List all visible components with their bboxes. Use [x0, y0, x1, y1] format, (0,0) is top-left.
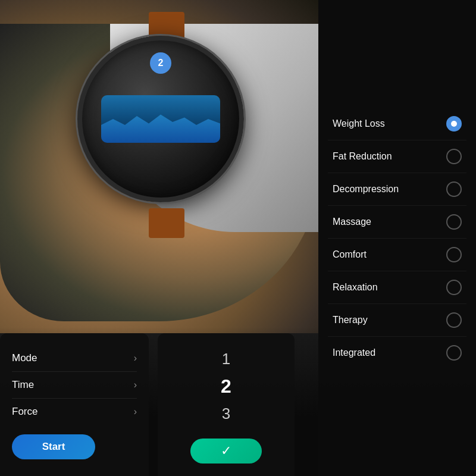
chevron-icon-force: › [134, 406, 137, 417]
radio-label-comfort: Comfort [333, 249, 367, 260]
radio-item-therapy[interactable]: Therapy [328, 304, 466, 337]
radio-circle-relaxation[interactable] [446, 280, 462, 295]
watch-strap-bottom [149, 208, 184, 238]
radio-item-comfort[interactable]: Comfort [328, 239, 466, 271]
mode-selection-panel: Weight Loss Fat Reduction Decompression … [318, 0, 476, 476]
number-item-1[interactable]: 1 [222, 346, 230, 372]
start-button[interactable]: Start [12, 434, 95, 459]
menu-label-force: Force [12, 406, 37, 418]
radio-label-massage: Massage [333, 217, 371, 227]
number-item-3[interactable]: 3 [222, 401, 230, 427]
menu-item-time[interactable]: Time › [12, 372, 137, 399]
number-item-2[interactable]: 2 [221, 372, 231, 401]
checkmark-icon: ✓ [221, 443, 231, 459]
radio-label-integrated: Integrated [333, 347, 375, 358]
radio-circle-weight-loss[interactable] [446, 116, 462, 131]
radio-item-relaxation[interactable]: Relaxation [328, 271, 466, 304]
radio-circle-integrated[interactable] [446, 345, 462, 361]
radio-circle-therapy[interactable] [446, 312, 462, 328]
radio-circle-decompression[interactable] [446, 181, 462, 197]
watch-display [101, 95, 220, 143]
radio-circle-fat-reduction[interactable] [446, 149, 462, 164]
radio-label-fat-reduction: Fat Reduction [333, 151, 392, 162]
menu-item-mode[interactable]: Mode › [12, 345, 137, 372]
menu-label-mode: Mode [12, 352, 37, 364]
chevron-icon-time: › [134, 380, 137, 390]
radio-circle-comfort[interactable] [446, 247, 462, 262]
watch-number: 2 [150, 52, 171, 74]
menu-label-time: Time [12, 379, 34, 391]
radio-item-integrated[interactable]: Integrated [328, 337, 466, 369]
radio-item-massage[interactable]: Massage [328, 206, 466, 239]
watch-wave [101, 113, 220, 143]
watch-face: 2 [77, 36, 244, 202]
confirm-button[interactable]: ✓ [190, 439, 262, 464]
radio-item-decompression[interactable]: Decompression [328, 173, 466, 206]
radio-item-weight-loss[interactable]: Weight Loss [328, 108, 466, 140]
radio-label-weight-loss: Weight Loss [333, 118, 385, 129]
menu-item-force[interactable]: Force › [12, 399, 137, 425]
chevron-icon-mode: › [134, 353, 137, 364]
radio-label-therapy: Therapy [333, 315, 368, 325]
smartwatch: 2 [77, 36, 256, 214]
radio-label-decompression: Decompression [333, 184, 399, 195]
radio-item-fat-reduction[interactable]: Fat Reduction [328, 140, 466, 173]
radio-circle-massage[interactable] [446, 214, 462, 230]
radio-label-relaxation: Relaxation [333, 282, 378, 293]
left-settings-panel: Mode › Time › Force › Start [0, 333, 149, 476]
number-picker-panel: 1 2 3 ✓ [158, 333, 295, 476]
